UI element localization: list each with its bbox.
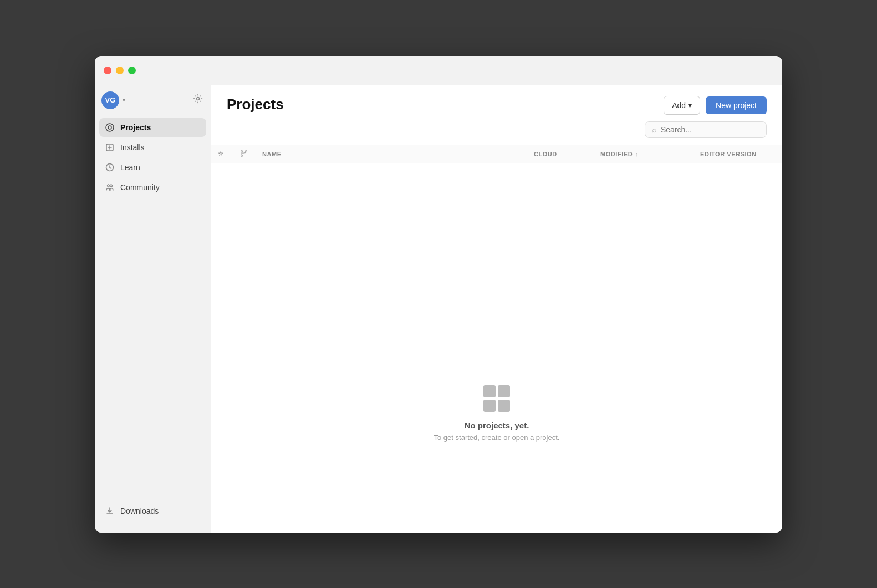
search-input[interactable] bbox=[661, 125, 759, 134]
sidebar-label-installs: Installs bbox=[120, 143, 145, 152]
add-button[interactable]: Add ▾ bbox=[664, 96, 700, 115]
sidebar-label-projects: Projects bbox=[120, 123, 151, 132]
sidebar-item-learn[interactable]: Learn bbox=[99, 158, 206, 177]
close-button[interactable] bbox=[104, 67, 111, 74]
learn-icon bbox=[105, 162, 115, 172]
sort-asc-icon: ↑ bbox=[635, 151, 638, 157]
svg-point-6 bbox=[110, 185, 113, 187]
downloads-icon bbox=[105, 506, 115, 516]
header-actions: Add ▾ New project bbox=[664, 96, 767, 115]
empty-state: No projects, yet. To get started, create… bbox=[211, 294, 782, 533]
community-icon bbox=[105, 182, 115, 192]
app-body: VG ▾ bbox=[95, 85, 782, 533]
gear-icon bbox=[193, 94, 203, 104]
title-bar bbox=[95, 56, 782, 85]
add-button-label: Add bbox=[672, 101, 686, 110]
search-box: ⌕ bbox=[645, 121, 767, 138]
sidebar-top: VG ▾ bbox=[95, 89, 211, 116]
star-icon: ☆ bbox=[218, 150, 224, 157]
sidebar-item-community[interactable]: Community bbox=[99, 178, 206, 197]
sidebar-label-community: Community bbox=[120, 183, 160, 192]
sidebar-item-projects[interactable]: Projects bbox=[99, 118, 206, 137]
sidebar-nav: Projects Installs bbox=[95, 116, 211, 497]
projects-table: ☆ bbox=[211, 145, 782, 163]
sidebar: VG ▾ bbox=[95, 85, 211, 533]
projects-icon bbox=[105, 122, 115, 132]
empty-state-subtitle: To get started, create or open a project… bbox=[434, 433, 560, 442]
svg-point-2 bbox=[108, 126, 111, 129]
sidebar-item-installs[interactable]: Installs bbox=[99, 138, 206, 157]
empty-state-icon bbox=[483, 385, 510, 412]
main-content: Projects Add ▾ New project ⌕ bbox=[211, 85, 782, 533]
app-window: VG ▾ bbox=[95, 56, 782, 533]
sidebar-bottom: Downloads bbox=[95, 497, 211, 528]
col-header-star[interactable]: ☆ bbox=[211, 145, 233, 163]
user-chevron-icon: ▾ bbox=[123, 97, 125, 103]
svg-point-0 bbox=[197, 98, 200, 100]
col-header-editor-version: EDITOR VERSION bbox=[694, 145, 782, 163]
sidebar-label-downloads: Downloads bbox=[120, 507, 159, 515]
sidebar-label-learn: Learn bbox=[120, 163, 140, 172]
col-header-modified[interactable]: MODIFIED ↑ bbox=[594, 145, 694, 163]
sidebar-item-downloads[interactable]: Downloads bbox=[99, 502, 206, 520]
settings-button[interactable] bbox=[192, 93, 204, 108]
minimize-button[interactable] bbox=[116, 67, 124, 74]
main-body: ☆ bbox=[211, 145, 782, 533]
svg-point-5 bbox=[108, 185, 110, 187]
avatar: VG bbox=[101, 91, 119, 109]
new-project-button[interactable]: New project bbox=[706, 96, 767, 114]
col-header-name: NAME bbox=[256, 145, 527, 163]
add-chevron-icon: ▾ bbox=[688, 101, 692, 110]
installs-icon bbox=[105, 142, 115, 152]
user-area[interactable]: VG ▾ bbox=[101, 91, 125, 109]
traffic-lights bbox=[104, 67, 136, 74]
search-area: ⌕ bbox=[211, 121, 782, 145]
svg-point-1 bbox=[106, 124, 114, 131]
col-header-cloud: CLOUD bbox=[527, 145, 594, 163]
empty-state-title: No projects, yet. bbox=[465, 421, 529, 430]
search-icon: ⌕ bbox=[652, 125, 656, 134]
projects-table-container: ☆ bbox=[211, 145, 782, 294]
maximize-button[interactable] bbox=[128, 67, 136, 74]
main-header: Projects Add ▾ New project bbox=[211, 85, 782, 121]
page-title: Projects bbox=[227, 96, 284, 113]
branch-icon bbox=[240, 150, 248, 157]
new-project-button-label: New project bbox=[716, 101, 757, 110]
col-header-branch[interactable] bbox=[233, 145, 256, 163]
